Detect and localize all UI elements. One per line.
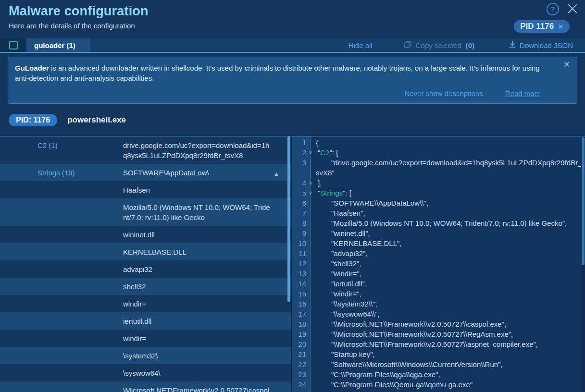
config-row[interactable]: Strings (19)SOFTWARE\AppDataLow\▲ [0,164,291,181]
json-line-content: "windir=", [311,289,585,299]
pid-filter-label: PID 1176 [520,22,554,31]
config-row[interactable]: Haafsen [0,181,291,198]
description-close-icon[interactable]: ✕ [563,61,570,69]
hide-all-button[interactable]: Hide all [349,41,373,49]
copy-selected-button[interactable]: Copy selected (0) [404,41,474,50]
line-number: 17 [292,309,311,319]
malware-description-panel: GuLoader is an advanced downloader writt… [8,57,577,104]
json-line-content: "\\system32\\", [311,299,585,309]
config-row[interactable]: \Microsoft.NET\Framework\v2.0.50727\casp… [0,381,291,392]
config-row-value: windir= [123,330,291,347]
config-row-value: drive.google.com/uc?export=download&id=1… [123,136,291,164]
close-icon[interactable] [567,3,578,14]
json-line-content: "C2": [ [311,147,585,158]
config-row-value: \Microsoft.NET\Framework\v2.0.50727\casp… [123,381,291,392]
json-line-content: "C:\\Program Files\\Qemu-ga\\qemu-ga.exe… [311,380,585,390]
json-line: 9"wininet.dll", [292,228,585,238]
json-line: 17"\\syswow64\\", [292,309,585,319]
json-line-content: "iertutil.dll", [311,279,585,289]
line-number: 14 [292,279,311,289]
config-row[interactable]: wininet.dll [0,226,291,243]
json-line: 22"Software\\Microsoft\\Windows\\Current… [292,359,585,369]
page-title: Malware configuration [9,0,585,19]
json-line: 7"Haafsen", [292,208,585,218]
config-row-label [0,278,123,295]
line-number: 3 [292,158,311,178]
config-row-value: SOFTWARE\AppDataLow\▲ [123,164,291,181]
read-more-link[interactable]: Read more [505,88,541,98]
json-viewer-panel: 1{2"C2": [3"drive.google.com/uc?export=d… [291,136,585,392]
config-row-label [0,226,123,243]
config-row-label [0,198,123,226]
line-number: 9 [292,228,311,238]
config-row[interactable]: windir= [0,330,291,347]
json-line: 1{ [292,137,585,147]
tab-guloader[interactable]: guloader (1) [26,38,90,52]
config-table-panel: C2 (1)drive.google.com/uc?export=downloa… [0,136,291,392]
json-scrollbar-thumb[interactable] [582,137,585,265]
line-number: 8 [292,218,311,228]
json-line-content: "KERNELBASE.DLL", [311,238,585,248]
config-row[interactable]: windir= [0,295,291,312]
json-line: 2"C2": [ [292,147,585,158]
config-row-value: wininet.dll [123,226,291,243]
config-table-scrollbar[interactable] [287,136,290,302]
line-number: 23 [292,369,311,380]
fold-toggle-icon[interactable]: ∧ [308,180,313,185]
json-line-content: "\\Microsoft.NET\\Framework\\v2.0.50727\… [311,319,585,329]
json-line-content: "\\Microsoft.NET\\Framework\\v2.0.50727\… [311,339,585,349]
json-line-content: { [311,137,585,147]
line-number: 7 [292,208,311,218]
never-show-descriptions-link[interactable]: Never show descriptions [404,88,483,98]
json-line: 21"Startup key", [292,349,585,359]
help-icon[interactable]: ? [547,3,559,15]
select-all-cell [0,38,26,52]
line-number: 15 [292,289,311,299]
config-row[interactable]: advapi32 [0,260,291,278]
config-row-value: windir= [123,295,291,312]
json-key: Strings [320,189,343,197]
json-line-content: "Mozilla/5.0 (Windows NT 10.0; WOW64; Tr… [311,218,585,228]
download-json-button[interactable]: Download JSON [509,41,573,49]
config-row-label: C2 (1) [0,136,123,164]
line-number: 25 [292,390,311,392]
config-row-label [0,243,123,260]
collapse-arrow-icon[interactable]: ▲ [274,169,279,179]
json-line: 6"SOFTWARE\\AppDataLow\\", [292,198,585,208]
config-row[interactable]: C2 (1)drive.google.com/uc?export=downloa… [0,136,291,164]
line-number: 24 [292,380,311,390]
json-line-content: "wininet.dll", [311,228,585,238]
line-number: 19 [292,329,311,339]
json-line: 4], [292,178,585,188]
json-line: 18"\\Microsoft.NET\\Framework\\v2.0.5072… [292,319,585,329]
config-row-label [0,312,123,330]
json-line-content: ], [311,178,585,188]
json-line-content: ] [311,390,585,392]
line-number: 16 [292,299,311,309]
config-row[interactable]: \system32\ [0,347,291,364]
config-row[interactable]: KERNELBASE.DLL [0,243,291,260]
pid-filter-close-icon[interactable]: ✕ [558,23,563,30]
config-row[interactable]: iertutil.dll [0,312,291,330]
config-row[interactable]: shell32 [0,278,291,295]
config-row[interactable]: Mozilla/5.0 (Windows NT 10.0; WOW64; Tri… [0,198,291,226]
config-row-label [0,330,123,347]
malware-description-text: is an advanced downloader written in she… [15,64,540,82]
dialog-header: Malware configuration Here are the detai… [0,0,585,38]
json-key: C2 [320,148,329,157]
config-row[interactable]: \syswow64\ [0,364,291,381]
copy-selected-count: (0) [466,41,474,49]
fold-toggle-icon[interactable]: ∨ [308,150,313,155]
fold-toggle-icon[interactable]: ∨ [308,190,313,196]
pid-filter-badge[interactable]: PID 1176 ✕ [514,20,570,33]
line-number: 18 [292,319,311,329]
json-scrollbar-track[interactable] [581,136,585,392]
line-number: 20 [292,339,311,349]
line-number: 12 [292,258,311,269]
json-line-content: "Software\\Microsoft\\Windows\\CurrentVe… [311,359,585,369]
json-line: 10"KERNELBASE.DLL", [292,238,585,248]
download-icon [509,41,516,49]
json-line: 23"C:\\Program Files\\qga\\qga.exe", [292,369,585,380]
select-all-checkbox[interactable] [9,41,18,49]
config-row-label [0,364,123,381]
